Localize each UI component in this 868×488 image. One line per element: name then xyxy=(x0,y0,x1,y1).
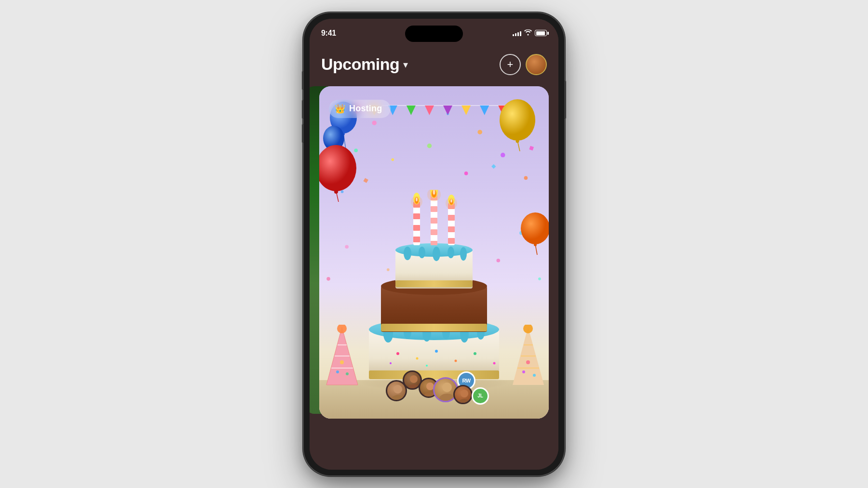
event-card[interactable]: 👑 Hosting xyxy=(319,86,549,419)
svg-point-7 xyxy=(501,153,505,158)
svg-point-132 xyxy=(458,399,471,404)
battery-icon xyxy=(535,30,547,36)
header-actions: + xyxy=(500,54,547,75)
svg-rect-76 xyxy=(395,280,473,287)
svg-point-74 xyxy=(448,247,454,258)
svg-point-45 xyxy=(521,212,549,244)
chevron-down-icon: ▾ xyxy=(403,59,408,70)
page-title: Upcoming xyxy=(321,55,399,74)
svg-rect-85 xyxy=(431,206,437,212)
hosting-label: Hosting xyxy=(349,104,382,114)
svg-rect-91 xyxy=(448,215,455,221)
svg-point-10 xyxy=(464,171,468,175)
svg-rect-68 xyxy=(381,324,487,331)
svg-point-44 xyxy=(516,139,519,143)
attendee-avatar-5[interactable] xyxy=(453,385,473,404)
page-background: 9:41 xyxy=(304,13,564,475)
phone-device: 9:41 xyxy=(304,13,564,475)
content-area: 👑 Hosting xyxy=(310,81,558,470)
attendee-cluster: RW JL xyxy=(386,370,482,409)
svg-point-6 xyxy=(391,158,394,161)
svg-point-60 xyxy=(435,350,438,353)
svg-point-11 xyxy=(427,143,432,148)
svg-point-65 xyxy=(426,365,428,367)
svg-point-75 xyxy=(460,247,467,261)
event-image: 👑 Hosting xyxy=(319,86,549,419)
svg-point-42 xyxy=(500,99,535,141)
svg-point-129 xyxy=(442,382,452,392)
hosting-badge: 👑 Hosting xyxy=(329,100,391,118)
svg-rect-81 xyxy=(413,225,420,231)
svg-point-73 xyxy=(433,247,440,261)
dynamic-island xyxy=(405,26,463,42)
balloon-orange xyxy=(520,211,549,255)
svg-point-131 xyxy=(461,390,468,397)
svg-point-61 xyxy=(455,359,457,362)
svg-point-63 xyxy=(390,362,392,364)
svg-rect-13 xyxy=(491,164,496,168)
profile-avatar[interactable] xyxy=(526,54,547,75)
balloon-red xyxy=(319,144,358,202)
svg-point-103 xyxy=(411,196,422,208)
svg-point-41 xyxy=(334,190,338,194)
svg-rect-86 xyxy=(431,218,437,224)
svg-point-111 xyxy=(340,360,344,364)
phone-screen: 9:41 xyxy=(310,19,558,470)
plus-icon: + xyxy=(507,59,514,70)
svg-marker-26 xyxy=(407,106,416,115)
svg-point-58 xyxy=(396,352,399,355)
phone-frame: 9:41 xyxy=(304,13,564,475)
svg-rect-87 xyxy=(431,229,437,235)
app-header: Upcoming ▾ + xyxy=(310,48,558,81)
svg-point-125 xyxy=(410,375,418,383)
attendees-area: RW JL xyxy=(319,370,549,409)
svg-point-62 xyxy=(474,352,476,355)
svg-point-47 xyxy=(534,243,537,246)
svg-marker-29 xyxy=(461,106,471,115)
cards-container: 👑 Hosting xyxy=(310,86,558,470)
svg-point-130 xyxy=(439,394,455,402)
svg-point-123 xyxy=(393,385,402,394)
svg-point-64 xyxy=(493,362,496,364)
svg-point-8 xyxy=(524,176,528,180)
svg-rect-92 xyxy=(448,226,455,232)
svg-point-59 xyxy=(416,357,419,359)
svg-rect-80 xyxy=(413,213,420,219)
cake-svg xyxy=(359,190,509,392)
svg-point-122 xyxy=(523,325,533,333)
svg-point-20 xyxy=(538,277,541,280)
svg-marker-30 xyxy=(480,106,489,115)
svg-rect-82 xyxy=(413,237,420,242)
svg-point-119 xyxy=(526,360,530,364)
status-icons xyxy=(513,29,547,37)
svg-point-104 xyxy=(427,190,441,201)
svg-point-16 xyxy=(345,245,349,249)
crown-icon: 👑 xyxy=(335,104,345,114)
svg-rect-93 xyxy=(448,238,455,244)
svg-point-105 xyxy=(446,198,457,209)
signal-icon xyxy=(513,30,521,36)
add-event-button[interactable]: + xyxy=(500,54,521,75)
balloon-gold xyxy=(498,98,537,151)
svg-point-72 xyxy=(419,247,425,258)
svg-marker-27 xyxy=(425,106,434,115)
attendee-avatar-jl[interactable]: JL xyxy=(472,387,489,405)
svg-point-39 xyxy=(319,145,356,191)
svg-point-21 xyxy=(326,277,330,281)
svg-point-71 xyxy=(404,247,411,260)
status-time: 9:41 xyxy=(321,29,336,38)
svg-marker-28 xyxy=(443,106,452,115)
svg-point-114 xyxy=(337,325,347,333)
header-title-area[interactable]: Upcoming ▾ xyxy=(321,55,408,74)
svg-rect-88 xyxy=(431,241,437,245)
wifi-icon xyxy=(524,29,532,37)
svg-rect-12 xyxy=(363,178,368,183)
svg-point-2 xyxy=(477,130,482,134)
svg-point-124 xyxy=(391,395,405,401)
